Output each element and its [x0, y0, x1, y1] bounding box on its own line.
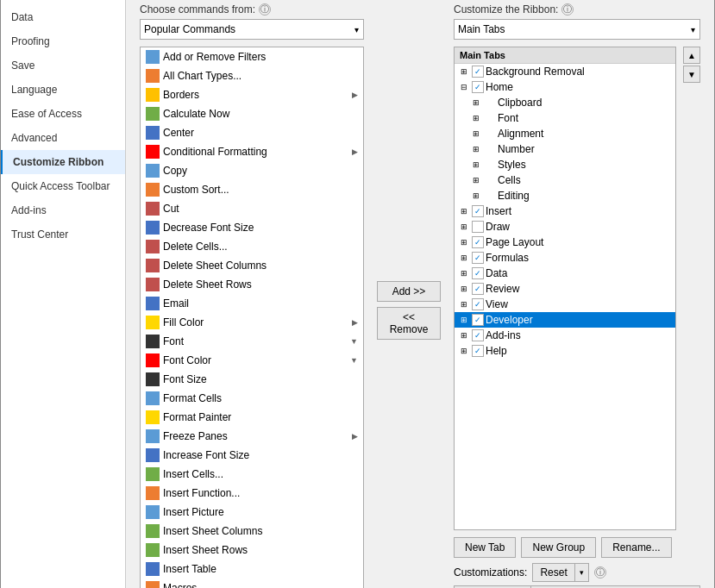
ribbon-tree[interactable]: Main Tabs ⊞✓Background Removal⊟✓Home⊞Cli…	[454, 47, 676, 530]
expand-icon[interactable]: ⊞	[470, 191, 482, 200]
list-item[interactable]: Delete Sheet Columns	[141, 256, 363, 275]
checkbox[interactable]	[472, 221, 484, 233]
commands-list[interactable]: Add or Remove FiltersAll Chart Types...B…	[140, 47, 364, 588]
expand-icon[interactable]: ⊞	[458, 300, 470, 309]
list-item[interactable]: Fill Color▶	[141, 313, 363, 332]
left-info-icon[interactable]: ⓘ	[259, 3, 271, 16]
checkbox[interactable]: ✓	[472, 267, 484, 279]
list-item[interactable]: Font▼	[141, 332, 363, 351]
expand-icon[interactable]: ⊞	[458, 331, 470, 340]
expand-icon[interactable]: ⊞	[458, 67, 470, 76]
list-item[interactable]: Freeze Panes▶	[141, 427, 363, 446]
expand-icon[interactable]: ⊞	[470, 114, 482, 122]
sidebar-item-customize-ribbon[interactable]: Customize Ribbon	[1, 150, 125, 174]
sidebar-item-quick-access[interactable]: Quick Access Toolbar	[1, 174, 125, 198]
move-up-button[interactable]: ▲	[683, 47, 700, 64]
expand-icon[interactable]: ⊞	[458, 347, 470, 355]
sidebar-item-add-ins[interactable]: Add-ins	[1, 198, 125, 222]
checkbox[interactable]: ✓	[472, 298, 484, 310]
list-item[interactable]: Insert Sheet Columns	[141, 522, 363, 541]
list-item[interactable]: Format Painter	[141, 408, 363, 427]
checkbox[interactable]: ✓	[472, 236, 484, 248]
customizations-info-icon[interactable]: ⓘ	[594, 566, 606, 579]
list-item[interactable]: Delete Cells...	[141, 237, 363, 256]
commands-from-select[interactable]: Popular CommandsAll CommandsCommands Not…	[140, 19, 364, 40]
reset-split-button[interactable]: Reset ▾	[532, 563, 588, 582]
tree-item[interactable]: ⊟✓Home	[455, 79, 675, 95]
tree-item[interactable]: ⊞Draw	[455, 219, 675, 235]
checkbox[interactable]: ✓	[472, 345, 484, 357]
list-item[interactable]: Increase Font Size	[141, 446, 363, 465]
tree-item[interactable]: ⊞✓Add-ins	[455, 328, 675, 343]
tree-item[interactable]: ⊞Styles	[455, 157, 675, 172]
tree-item[interactable]: ⊞Number	[455, 141, 675, 157]
list-item[interactable]: All Chart Types...	[141, 66, 363, 85]
list-item[interactable]: Insert Sheet Rows	[141, 541, 363, 560]
list-item[interactable]: Calculate Now	[141, 104, 363, 123]
new-group-button[interactable]: New Group	[521, 537, 596, 558]
reset-dropdown-arrow[interactable]: ▾	[574, 564, 588, 581]
sidebar-item-save[interactable]: Save	[1, 53, 125, 78]
list-item[interactable]: Borders▶	[141, 85, 363, 104]
checkbox[interactable]: ✓	[472, 329, 484, 341]
tree-item[interactable]: ⊞Font	[455, 110, 675, 126]
list-item[interactable]: Font Size	[141, 370, 363, 389]
list-item[interactable]: Format Cells	[141, 389, 363, 408]
checkbox[interactable]: ✓	[472, 252, 484, 264]
list-item[interactable]: Insert Table	[141, 560, 363, 579]
expand-icon[interactable]: ⊟	[458, 83, 470, 91]
checkbox[interactable]: ✓	[472, 283, 484, 295]
list-item[interactable]: Macros	[141, 579, 363, 588]
right-info-icon[interactable]: ⓘ	[561, 3, 574, 16]
checkbox[interactable]: ✓	[472, 314, 484, 326]
list-item[interactable]: Conditional Formatting▶	[141, 142, 363, 161]
tree-item[interactable]: ⊞Editing	[455, 188, 675, 203]
ribbon-select[interactable]: Main TabsTool TabsAll Tabs	[454, 19, 700, 40]
expand-icon[interactable]: ⊞	[470, 129, 482, 138]
sidebar-item-language[interactable]: Language	[1, 78, 125, 102]
tree-item[interactable]: ⊞✓Background Removal	[455, 64, 675, 79]
list-item[interactable]: Font Color▼	[141, 351, 363, 370]
tree-item[interactable]: ⊞Cells	[455, 172, 675, 188]
expand-icon[interactable]: ⊞	[458, 222, 470, 231]
list-item[interactable]: Copy	[141, 161, 363, 180]
list-item[interactable]: Delete Sheet Rows	[141, 275, 363, 294]
checkbox[interactable]: ✓	[472, 81, 484, 93]
expand-icon[interactable]: ⊞	[458, 316, 470, 324]
sidebar-item-advanced[interactable]: Advanced	[1, 126, 125, 150]
list-item[interactable]: Center	[141, 123, 363, 142]
sidebar-item-trust-center[interactable]: Trust Center	[1, 222, 125, 247]
tree-item[interactable]: ⊞✓Insert	[455, 203, 675, 219]
expand-icon[interactable]: ⊞	[458, 207, 470, 216]
expand-icon[interactable]: ⊞	[458, 238, 470, 247]
tree-item[interactable]: ⊞✓Data	[455, 266, 675, 281]
reset-button-label[interactable]: Reset	[533, 564, 574, 581]
tree-item[interactable]: ⊞✓Developer	[455, 312, 675, 328]
tree-item[interactable]: ⊞✓Formulas	[455, 250, 675, 266]
sidebar-item-proofing[interactable]: Proofing	[1, 29, 125, 53]
sidebar-item-ease-access[interactable]: Ease of Access	[1, 102, 125, 126]
remove-button[interactable]: << Remove	[377, 307, 441, 340]
tree-item[interactable]: ⊞✓View	[455, 297, 675, 312]
expand-icon[interactable]: ⊞	[458, 269, 470, 278]
expand-icon[interactable]: ⊞	[458, 285, 470, 293]
list-item[interactable]: Email	[141, 294, 363, 313]
expand-icon[interactable]: ⊞	[470, 176, 482, 185]
move-down-button[interactable]: ▼	[683, 66, 700, 83]
list-item[interactable]: Custom Sort...	[141, 180, 363, 199]
list-item[interactable]: Decrease Font Size	[141, 218, 363, 237]
checkbox[interactable]: ✓	[472, 205, 484, 217]
tree-item[interactable]: ⊞✓Page Layout	[455, 235, 675, 250]
expand-icon[interactable]: ⊞	[470, 160, 482, 169]
list-item[interactable]: Add or Remove Filters	[141, 47, 363, 66]
list-item[interactable]: Insert Cells...	[141, 465, 363, 484]
add-button[interactable]: Add >>	[377, 281, 441, 302]
sidebar-item-data[interactable]: Data	[1, 5, 125, 29]
list-item[interactable]: Insert Picture	[141, 503, 363, 522]
list-item[interactable]: Insert Function...	[141, 484, 363, 503]
rename-button[interactable]: Rename...	[601, 537, 671, 558]
tree-item[interactable]: ⊞Clipboard	[455, 95, 675, 110]
expand-icon[interactable]: ⊞	[470, 98, 482, 107]
checkbox[interactable]: ✓	[472, 66, 484, 78]
list-item[interactable]: Cut	[141, 199, 363, 218]
